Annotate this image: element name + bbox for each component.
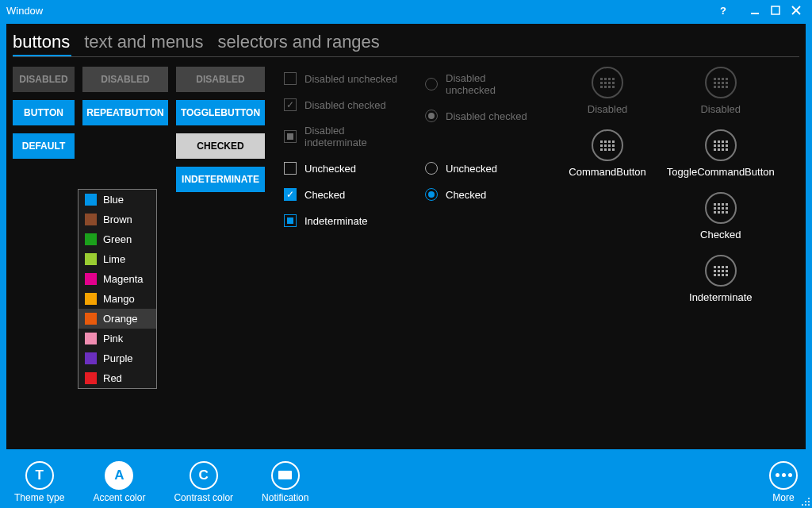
radio-disabled-unchecked: Disabled unchecked	[425, 72, 536, 96]
appbar-accent-color[interactable]: A Accent color	[93, 461, 145, 503]
tabs: buttons text and menus selectors and ran…	[13, 27, 799, 57]
notification-icon	[278, 471, 292, 479]
svg-rect-1	[772, 6, 779, 14]
appbar-more[interactable]: More	[769, 461, 798, 503]
appbar-label: Theme type	[14, 492, 64, 503]
color-swatch	[85, 293, 97, 305]
checkbox-disabled-unchecked: Disabled unchecked	[284, 72, 409, 85]
command-group-1: Disabled CommandButton	[569, 67, 646, 303]
tab-selectors-and-ranges[interactable]: selectors and ranges	[218, 32, 380, 57]
color-swatch	[85, 313, 97, 325]
svg-point-9	[808, 504, 810, 506]
command-disabled-2: Disabled	[700, 67, 741, 115]
color-swatch	[85, 273, 97, 285]
checkbox-indeterminate[interactable]: Indeterminate	[284, 214, 409, 227]
checked-toggle-button[interactable]: CHECKED	[176, 133, 265, 159]
app-bar: T Theme type A Accent color C Contrast c…	[0, 456, 812, 508]
maximize-button[interactable]	[766, 2, 785, 18]
command-label: Disabled	[588, 103, 628, 115]
resize-grip-icon[interactable]	[799, 495, 810, 506]
grid-icon	[705, 192, 737, 224]
appbar-contrast-color[interactable]: C Contrast color	[174, 461, 233, 503]
color-swatch	[85, 352, 97, 364]
color-option[interactable]: Blue	[79, 190, 156, 210]
repeat-button[interactable]: REPEATBUTTON	[82, 100, 168, 125]
svg-point-4	[808, 498, 810, 499]
toggle-command-checked[interactable]: Checked	[700, 192, 741, 241]
close-button[interactable]	[787, 2, 806, 18]
color-name: Purple	[103, 352, 133, 364]
radio-label: Disabled unchecked	[446, 72, 536, 96]
disabled-button: DISABLED	[13, 67, 75, 92]
color-option[interactable]: Pink	[79, 329, 156, 348]
more-icon	[776, 473, 792, 477]
radio-label: Checked	[446, 189, 486, 201]
color-name: Brown	[103, 214, 132, 225]
color-name: Magenta	[103, 273, 144, 285]
toggle-command-button[interactable]: ToggleCommandButton	[667, 129, 775, 178]
color-name: Orange	[103, 313, 137, 325]
tab-text-and-menus[interactable]: text and menus	[84, 32, 203, 57]
color-option[interactable]: Lime	[79, 249, 156, 269]
grid-icon	[592, 129, 623, 161]
color-name: Mango	[103, 293, 135, 305]
color-option[interactable]: Green	[79, 229, 156, 249]
toggle-command-indeterminate[interactable]: Indeterminate	[689, 255, 753, 303]
color-name: Red	[103, 372, 122, 384]
svg-rect-0	[751, 13, 759, 14]
appbar-label: Notification	[262, 492, 308, 503]
radio-checked[interactable]: Checked	[425, 188, 536, 201]
appbar-label: Accent color	[93, 492, 145, 503]
checkbox-label: Checked	[304, 189, 345, 201]
command-label: Checked	[700, 229, 741, 241]
window-title: Window	[6, 5, 712, 17]
color-option[interactable]: Red	[79, 368, 156, 388]
color-swatch	[85, 372, 97, 384]
color-option[interactable]: Brown	[79, 210, 156, 229]
tab-buttons[interactable]: buttons	[13, 32, 70, 57]
appbar-theme-type[interactable]: T Theme type	[14, 461, 64, 503]
grid-icon	[705, 67, 737, 98]
checkbox-unchecked[interactable]: Unchecked	[284, 162, 409, 175]
button-col-2: DISABLED REPEATBUTTON	[82, 67, 168, 125]
disabled-repeat-button: DISABLED	[82, 67, 168, 92]
accent-color-popup[interactable]: BlueBrownGreenLimeMagentaMangoOrangePink…	[78, 189, 157, 389]
button-col-3: DISABLED TOGGLEBUTTON CHECKED INDETERMIN…	[176, 67, 265, 192]
svg-point-5	[805, 501, 806, 502]
tabs-underline	[13, 56, 799, 57]
appbar-label: More	[772, 492, 794, 503]
indeterminate-toggle-button[interactable]: INDETERMINATE	[176, 167, 265, 192]
color-swatch	[85, 253, 97, 265]
title-bar: Window ?	[0, 0, 812, 21]
color-option[interactable]: Magenta	[79, 269, 156, 289]
radio-disabled-checked: Disabled checked	[425, 110, 536, 122]
command-button[interactable]: CommandButton	[569, 129, 646, 178]
color-option[interactable]: Mango	[79, 289, 156, 309]
checkbox-checked[interactable]: ✓Checked	[284, 188, 409, 201]
checkbox-disabled-checked: ✓Disabled checked	[284, 98, 409, 111]
default-button[interactable]: DEFAULT	[13, 133, 75, 159]
color-option[interactable]: Purple	[79, 348, 156, 368]
minimize-button[interactable]	[745, 2, 764, 18]
color-name: Green	[103, 233, 132, 245]
help-button[interactable]: ?	[714, 2, 733, 18]
grid-icon	[705, 129, 737, 161]
svg-point-7	[802, 504, 803, 506]
color-name: Blue	[103, 194, 124, 206]
command-col: Disabled CommandButton Disabled ToggleCo…	[544, 67, 799, 303]
command-label: Indeterminate	[689, 291, 753, 303]
color-swatch	[85, 214, 97, 225]
grid-icon	[592, 67, 623, 98]
button-button[interactable]: BUTTON	[13, 100, 75, 125]
command-group-2: Disabled ToggleCommandButton Checked Ind…	[667, 67, 775, 303]
toggle-button[interactable]: TOGGLEBUTTON	[176, 100, 265, 125]
svg-point-6	[808, 501, 810, 502]
checkbox-label: Unchecked	[304, 163, 356, 175]
content-area: buttons text and menus selectors and ran…	[6, 24, 806, 449]
checkbox-label: Disabled unchecked	[304, 73, 397, 85]
color-option[interactable]: Orange	[79, 309, 156, 329]
appbar-notification[interactable]: Notification	[262, 461, 308, 503]
radio-unchecked[interactable]: Unchecked	[425, 162, 536, 175]
disabled-toggle-button: DISABLED	[176, 67, 265, 92]
button-col-1: DISABLED BUTTON DEFAULT	[13, 67, 75, 159]
